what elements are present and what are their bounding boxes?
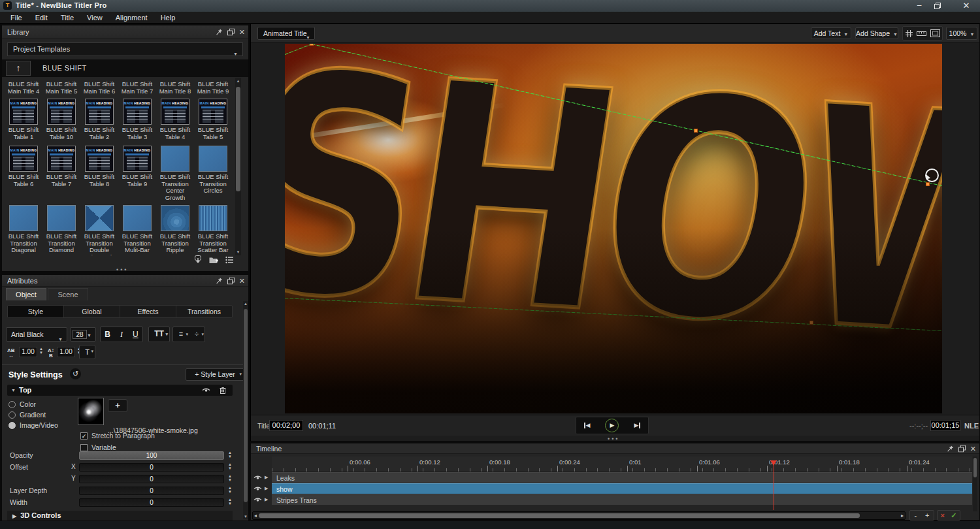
template-item[interactable]: MAIN HEADINGBLUE Shift Table 2	[80, 99, 118, 140]
template-item[interactable]: MAIN HEADINGBLUE Shift Table 10	[42, 99, 80, 140]
template-item[interactable]: MAIN HEADINGBLUE Shift Table 4	[156, 99, 194, 140]
menu-help[interactable]: Help	[154, 12, 182, 24]
scroll-down-icon[interactable]: ▼	[243, 515, 248, 519]
param-slider[interactable]: 0	[79, 463, 224, 472]
grid-toggle-icon[interactable]	[905, 29, 913, 38]
menu-alignment[interactable]: Alignment	[109, 12, 154, 24]
template-item[interactable]: BLUE Shift Main Title 7	[118, 79, 156, 95]
line-spacing-field[interactable]: 1.00	[57, 347, 75, 357]
minimize-button[interactable]: –	[911, 0, 928, 12]
subtab-style[interactable]: Style	[8, 306, 64, 317]
collapse-icon[interactable]: ▼	[11, 388, 16, 393]
timeline-ruler[interactable]: 0:00.060:00.120:00.180:00.240:010:01.060…	[272, 457, 972, 472]
track-row[interactable]: show	[272, 483, 972, 494]
param-stepper[interactable]: ▲▼	[228, 475, 232, 482]
keyframe-marker[interactable]	[694, 129, 698, 133]
delete-layer-button[interactable]	[220, 387, 226, 394]
new-folder-icon[interactable]	[209, 256, 219, 264]
text-transform-button[interactable]: T ▾	[79, 345, 95, 359]
template-item[interactable]: MAIN HEADINGBLUE Shift Table 3	[118, 99, 156, 140]
template-item[interactable]: MAIN HEADINGBLUE Shift Table 7	[42, 146, 80, 201]
bold-button[interactable]: B	[101, 327, 114, 342]
track-visibility-button[interactable]	[253, 486, 262, 492]
param-stepper[interactable]: ▲▼	[228, 463, 232, 470]
subtab-transitions[interactable]: Transitions	[176, 306, 232, 317]
duplicate-icon[interactable]	[958, 445, 966, 452]
keyframe-marker[interactable]	[809, 321, 813, 325]
radio-icon[interactable]	[8, 411, 16, 419]
template-item[interactable]: BLUE Shift Transition Scatter Bar	[194, 205, 232, 255]
param-slider[interactable]: 0	[79, 487, 224, 495]
go-to-end-button[interactable]: ▶	[634, 423, 641, 428]
param-stepper[interactable]: ▲▼	[228, 451, 232, 458]
checkbox-icon[interactable]: ✓	[80, 432, 88, 440]
scroll-right-icon[interactable]: ▸	[901, 513, 904, 519]
subtab-global[interactable]: Global	[64, 306, 120, 317]
pin-icon[interactable]	[216, 28, 223, 35]
scroll-left-icon[interactable]: ◂	[254, 513, 257, 519]
zoom-in-button[interactable]: +	[925, 511, 929, 520]
close-panel-icon[interactable]: ✕	[970, 445, 976, 452]
go-to-start-button[interactable]: ◀	[584, 423, 591, 428]
add-text-button[interactable]: Add Text▼	[811, 27, 851, 39]
paragraph-align-button[interactable]: ≡▾	[173, 327, 189, 342]
install-template-icon[interactable]	[193, 255, 203, 264]
section-3d-controls[interactable]: ▶3D Controls	[7, 511, 233, 521]
template-item[interactable]: BLUE Shift Transition Diamond	[42, 205, 80, 255]
preview-splitter-handle[interactable]: •••	[608, 436, 619, 442]
fill-option-color[interactable]: Color	[8, 400, 36, 408]
checkbox-stretch-to-paragraph[interactable]: ✓Stretch to Paragraph	[80, 432, 155, 440]
cancel-button[interactable]: ×	[941, 511, 945, 520]
template-item[interactable]: BLUE Shift Main Title 8	[156, 79, 194, 95]
vertical-align-button[interactable]: ÷▾	[189, 327, 204, 342]
track-row[interactable]: Stripes Trans	[272, 494, 972, 505]
template-item[interactable]: BLUE Shift Main Title 5	[42, 79, 80, 95]
radio-icon[interactable]	[8, 401, 16, 408]
keyframe-marker[interactable]	[310, 44, 314, 46]
tab-scene[interactable]: Scene	[48, 288, 88, 300]
pin-icon[interactable]	[947, 445, 954, 452]
style-layer-top-header[interactable]: ▼ Top	[7, 385, 233, 396]
scroll-down-icon[interactable]: ▼	[235, 250, 241, 254]
template-item[interactable]: BLUE Shift Transition Circles	[194, 146, 232, 201]
list-view-icon[interactable]	[225, 256, 234, 264]
play-button[interactable]: ▶	[605, 419, 619, 432]
layer-visibility-button[interactable]	[202, 387, 210, 393]
scrollbar-thumb[interactable]	[259, 513, 860, 518]
style-reset-button[interactable]: ↺	[70, 368, 81, 379]
fill-option-gradient[interactable]: Gradient	[8, 411, 46, 419]
scrollbar-thumb[interactable]	[973, 458, 977, 477]
param-slider[interactable]: 0	[79, 498, 224, 507]
up-folder-button[interactable]: ↑	[6, 61, 31, 76]
out-timecode[interactable]: 00:01;15	[930, 420, 960, 431]
template-item[interactable]: BLUE Shift Transition Diagonal	[5, 205, 42, 255]
add-style-layer-button[interactable]: + Style Layer ▾	[186, 368, 244, 381]
font-size-select[interactable]: 28 ▼	[70, 327, 96, 342]
subtab-effects[interactable]: Effects	[120, 306, 176, 317]
zoom-select[interactable]: 100%▼	[946, 27, 977, 40]
param-stepper[interactable]: ▲▼	[228, 498, 232, 505]
param-slider[interactable]: 100	[79, 451, 224, 460]
template-item[interactable]: BLUE Shift Transition Ripple	[156, 205, 194, 255]
title-type-select[interactable]: Animated Title ▼	[257, 27, 315, 40]
param-slider[interactable]: 0	[79, 475, 224, 483]
attributes-scrollbar[interactable]: ▲ ▼	[243, 301, 248, 519]
duration-timecode[interactable]: 00:02;00	[269, 420, 303, 431]
menu-file[interactable]: File	[4, 12, 29, 24]
checkbox-icon[interactable]	[80, 444, 88, 451]
duplicate-icon[interactable]	[227, 28, 235, 35]
safe-area-toggle-icon[interactable]	[930, 29, 940, 37]
zoom-out-button[interactable]: -	[914, 511, 917, 520]
close-panel-icon[interactable]: ✕	[239, 278, 245, 284]
scroll-up-icon[interactable]: ▲	[235, 79, 241, 83]
library-scrollbar[interactable]: ▲ ▼	[235, 78, 241, 255]
template-item[interactable]: MAIN HEADINGBLUE Shift Table 5	[194, 99, 232, 140]
letter-spacing-stepper[interactable]: ▲▼	[39, 347, 43, 355]
scrollbar-thumb[interactable]	[236, 87, 240, 191]
scrollbar-thumb[interactable]	[244, 309, 248, 502]
menu-title[interactable]: Title	[54, 12, 80, 24]
rotation-handle[interactable]	[925, 168, 939, 182]
track-visibility-button[interactable]	[253, 497, 262, 503]
template-item[interactable]: BLUE Shift Main Title 6	[80, 79, 118, 95]
radio-icon[interactable]	[8, 422, 16, 429]
